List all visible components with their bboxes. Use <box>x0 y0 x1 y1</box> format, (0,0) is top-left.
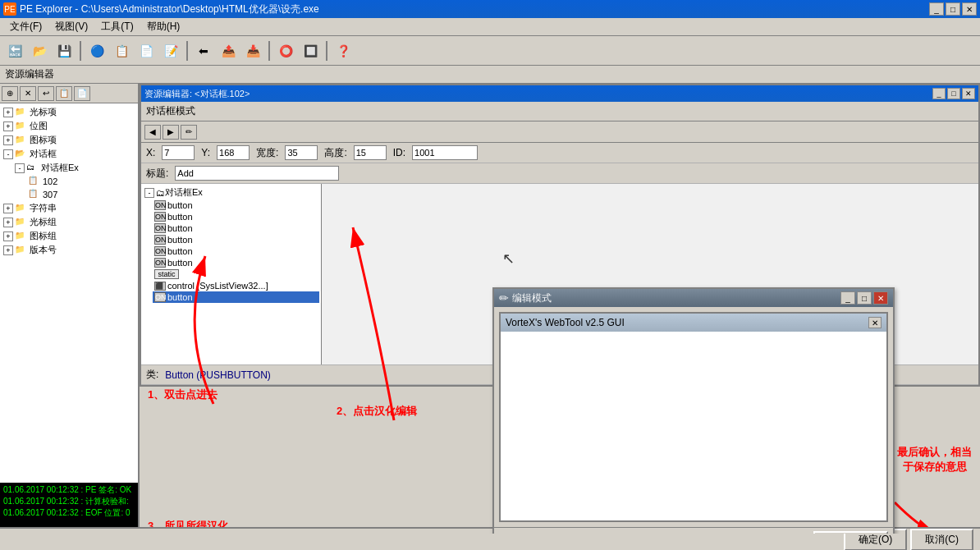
icon-307: 📋 <box>28 189 41 200</box>
re-minimize-btn[interactable]: _ <box>932 88 946 99</box>
close-button[interactable]: ✕ <box>962 2 977 16</box>
main-toolbar: 🔙 📂 💾 🔵 📋 📄 📝 ⬅ 📤 📥 ⭕ 🔲 ❓ <box>0 36 980 66</box>
class-value: Button (PUSHBUTTON) <box>165 369 270 381</box>
window-title: PE Explorer - C:\Users\Administrator\Des… <box>20 2 929 16</box>
tree-item-icons[interactable]: + 📁 图标项 <box>2 133 136 147</box>
cancel-button[interactable]: 取消(C) <box>910 529 973 551</box>
tree-item-dialogs-ex[interactable]: - 🗂 对话框Ex <box>2 161 136 175</box>
re-maximize-btn[interactable]: □ <box>947 88 960 99</box>
em-restore-btn[interactable]: □ <box>857 291 872 305</box>
toolbar-btn-6[interactable]: 📝 <box>159 39 182 62</box>
expand-version[interactable]: + <box>3 245 13 255</box>
em-icon: ✏ <box>499 291 509 305</box>
y-input[interactable] <box>217 145 250 160</box>
annotation-step4: 最后确认，相当于保存的意思 <box>897 445 972 474</box>
expand-strings[interactable]: + <box>3 204 13 213</box>
toolbar-btn-3[interactable]: 🔵 <box>85 39 108 62</box>
vortex-close-btn[interactable]: ✕ <box>868 317 882 328</box>
dt-dialogs-ex[interactable]: - 🗂 对话框Ex <box>143 186 319 199</box>
menu-tools[interactable]: 工具(T) <box>94 18 140 35</box>
height-input[interactable] <box>354 145 387 160</box>
menu-view[interactable]: 视图(V) <box>48 18 94 35</box>
expand-cursor-groups[interactable]: + <box>3 218 13 227</box>
expand-dialogs[interactable]: - <box>3 149 13 159</box>
title-bar-row: 标题: <box>141 163 978 184</box>
tree-btn-4[interactable]: 📋 <box>56 86 72 101</box>
log-area: 01.06.2017 00:12:32 : PE 签名: OK 01.06.20… <box>0 483 140 532</box>
tree-content: + 📁 光标项 + 📁 位图 + 📁 图标项 - <box>0 103 138 259</box>
dt-button-4[interactable]: ON button <box>153 234 319 245</box>
dt-button-5[interactable]: ON button <box>153 245 319 257</box>
tree-item-307[interactable]: 📋 307 <box>2 188 136 201</box>
toolbar-btn-save[interactable]: 💾 <box>53 39 76 62</box>
re-toolbar-btn-1[interactable]: ◀ <box>144 125 161 140</box>
re-toolbar: ◀ ▶ ✏ <box>141 121 978 143</box>
log-line-1: 01.06.2017 00:12:32 : PE 签名: OK <box>3 484 136 496</box>
folder-icon-version: 📁 <box>15 245 28 256</box>
re-toolbar-btn-edit[interactable]: ✏ <box>181 125 197 140</box>
folder-icon-icon-groups: 📁 <box>15 231 28 242</box>
re-toolbar-btn-2[interactable]: ▶ <box>163 125 179 140</box>
dt-static[interactable]: static <box>153 268 319 280</box>
toolbar-btn-8[interactable]: 📤 <box>217 39 240 62</box>
toolbar-btn-7[interactable]: ⬅ <box>192 39 215 62</box>
em-close-btn[interactable]: ✕ <box>873 291 888 305</box>
tree-item-bitmaps[interactable]: + 📁 位图 <box>2 119 136 133</box>
edit-mode-window: ✏ 编辑模式 _ □ ✕ VorteX's WebTool v2.5 GUI ✕ <box>492 287 895 534</box>
tree-btn-2[interactable]: ✕ <box>20 86 36 101</box>
tree-item-cursors[interactable]: + 📁 光标项 <box>2 105 136 119</box>
tree-item-102[interactable]: 📋 102 <box>2 175 136 188</box>
re-title-bar: 资源编辑器: <对话框.102> _ □ ✕ <box>141 85 978 102</box>
tree-btn-1[interactable]: ⊕ <box>2 86 18 101</box>
toolbar-btn-5[interactable]: 📄 <box>135 39 158 62</box>
toolbar-sep-4 <box>326 41 327 61</box>
width-input[interactable] <box>285 145 318 160</box>
tree-btn-3[interactable]: ↩ <box>38 86 54 101</box>
dt-button-1[interactable]: ON button <box>153 199 319 211</box>
toolbar-btn-1[interactable]: 🔙 <box>3 39 26 62</box>
menu-file[interactable]: 文件(F) <box>3 18 48 35</box>
tree-item-version[interactable]: + 📁 版本号 <box>2 243 136 257</box>
expand-icon-groups[interactable]: + <box>3 231 13 241</box>
folder-icon-bitmaps: 📁 <box>15 121 28 132</box>
toolbar-btn-2[interactable]: 📂 <box>28 39 51 62</box>
dt-button-7[interactable]: ON button <box>153 291 319 303</box>
expand-cursors[interactable]: + <box>3 108 13 117</box>
tree-toolbar: ⊕ ✕ ↩ 📋 📄 <box>0 84 138 103</box>
title-label: 标题: <box>146 167 168 181</box>
tree-btn-5[interactable]: 📄 <box>74 86 90 101</box>
right-panel: 资源编辑器: <对话框.102> _ □ ✕ 对话框模式 ◀ ▶ ✏ X: <box>140 84 980 534</box>
x-input[interactable] <box>162 145 195 160</box>
expand-dialogs-ex[interactable]: - <box>15 163 25 173</box>
toolbar-btn-11[interactable]: 🔲 <box>299 39 322 62</box>
x-label: X: <box>146 147 155 158</box>
optimization-button[interactable]: Optimization <box>813 531 888 534</box>
em-title-bar: ✏ 编辑模式 _ □ ✕ <box>494 289 893 307</box>
height-label: 高度: <box>324 146 346 160</box>
menu-help[interactable]: 帮助(H) <box>140 18 187 35</box>
minimize-button[interactable]: _ <box>929 2 944 16</box>
cursor-icon: ↖ <box>502 250 515 268</box>
toolbar-btn-10[interactable]: ⭕ <box>274 39 297 62</box>
id-input[interactable] <box>412 145 478 160</box>
tree-item-strings[interactable]: + 📁 字符串 <box>2 201 136 215</box>
title-input[interactable] <box>175 166 339 181</box>
dt-control[interactable]: ⬛ control [SysListView32...] <box>153 280 319 291</box>
toolbar-btn-9[interactable]: 📥 <box>241 39 264 62</box>
expand-bitmaps[interactable]: + <box>3 121 13 131</box>
toolbar-btn-4[interactable]: 📋 <box>110 39 133 62</box>
tree-item-cursor-groups[interactable]: + 📁 光标组 <box>2 215 136 229</box>
maximize-button[interactable]: □ <box>946 2 960 16</box>
dt-button-3[interactable]: ON button <box>153 222 319 234</box>
log-line-3: 01.06.2017 00:12:32 : EOF 位置: 0 <box>3 507 136 519</box>
main-title-bar: PE PE Explorer - C:\Users\Administrator\… <box>0 0 980 18</box>
edit-bottom-bar: Add Deleted Remove No Backup 1 Optimizat… <box>494 527 893 534</box>
tree-item-icon-groups[interactable]: + 📁 图标组 <box>2 229 136 243</box>
re-close-btn[interactable]: ✕ <box>962 88 975 99</box>
tree-item-dialogs[interactable]: - 📂 对话框 <box>2 147 136 161</box>
dt-button-2[interactable]: ON button <box>153 211 319 222</box>
expand-icons[interactable]: + <box>3 135 13 145</box>
toolbar-btn-help[interactable]: ❓ <box>332 39 355 62</box>
dt-button-6[interactable]: ON button <box>153 257 319 268</box>
em-minimize-btn[interactable]: _ <box>840 291 855 305</box>
